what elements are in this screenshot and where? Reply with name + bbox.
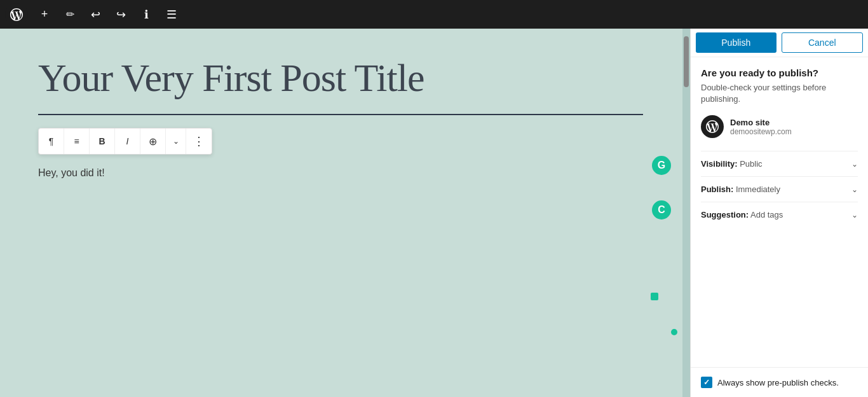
site-text-block: Demo site demoositewp.com (730, 118, 792, 136)
suggestion-label: Suggestion: Add tags (701, 210, 783, 219)
format-toolbar: ¶ ≡ B I ⊕ ⌄ ⋮ (38, 128, 212, 155)
site-name: Demo site (730, 118, 792, 127)
post-title[interactable]: Your Very First Post Title (38, 54, 675, 101)
sidebar-panel: Publish Cancel Are you ready to publish?… (690, 29, 868, 397)
tools-button[interactable]: ✏ (58, 3, 81, 26)
visibility-chevron-icon: ⌄ (851, 160, 858, 169)
publish-schedule-row[interactable]: Publish: Immediately ⌄ (701, 176, 858, 202)
list-view-button[interactable]: ☰ (160, 3, 183, 26)
sidebar-footer: Always show pre-publish checks. (691, 367, 868, 397)
main-layout: Your Very First Post Title ¶ ≡ B I ⊕ ⌄ ⋮… (0, 29, 868, 397)
scrollbar-thumb[interactable] (684, 36, 689, 87)
undo-button[interactable]: ↩ (84, 3, 107, 26)
site-wp-icon (706, 120, 719, 133)
sidebar-header: Publish Cancel (691, 29, 868, 57)
add-block-button[interactable]: + (33, 3, 56, 26)
wp-logo-icon (10, 8, 23, 21)
green-dot-circle (671, 329, 677, 335)
publish-chevron-icon: ⌄ (851, 185, 858, 194)
wp-logo-button[interactable] (5, 3, 28, 26)
green-dot-small (651, 293, 658, 300)
publish-button[interactable]: Publish (696, 32, 776, 53)
visibility-row[interactable]: Visibility: Public ⌄ (701, 151, 858, 176)
cancel-button[interactable]: Cancel (782, 32, 864, 53)
suggestion-chevron-icon: ⌄ (851, 211, 858, 219)
editor-content[interactable]: Your Very First Post Title ¶ ≡ B I ⊕ ⌄ ⋮… (0, 29, 690, 397)
suggestion-row[interactable]: Suggestion: Add tags ⌄ (701, 202, 858, 227)
grammarly-g-icon[interactable]: G (652, 156, 671, 175)
ready-to-publish-title: Are you ready to publish? (701, 67, 858, 78)
italic-button[interactable]: I (115, 129, 140, 154)
editor-area: Your Very First Post Title ¶ ≡ B I ⊕ ⌄ ⋮… (0, 29, 690, 397)
editor-toolbar: + ✏ ↩ ↪ ℹ ☰ (0, 0, 868, 29)
site-url: demoositewp.com (730, 127, 792, 136)
visibility-label: Visibility: Public (701, 159, 763, 169)
align-button[interactable]: ≡ (64, 129, 90, 154)
publish-schedule-label: Publish: Immediately (701, 185, 780, 194)
ready-to-publish-subtitle: Double-check your settings before publis… (701, 82, 858, 105)
info-button[interactable]: ℹ (135, 3, 158, 26)
grammarly-c-icon[interactable]: C (652, 200, 671, 219)
always-show-checkbox[interactable] (701, 377, 712, 388)
always-show-label: Always show pre-publish checks. (717, 378, 839, 387)
post-body[interactable]: Hey, you did it! (38, 165, 675, 181)
sidebar-body: Are you ready to publish? Double-check y… (691, 57, 868, 367)
paragraph-button[interactable]: ¶ (39, 129, 64, 154)
title-underline (38, 114, 643, 115)
redo-button[interactable]: ↪ (109, 3, 132, 26)
editor-scrollbar[interactable] (682, 29, 690, 397)
bold-button[interactable]: B (90, 129, 115, 154)
site-info: Demo site demoositewp.com (701, 115, 858, 138)
link-button[interactable]: ⊕ (140, 129, 166, 154)
site-logo-icon (701, 115, 724, 138)
link-dropdown-button[interactable]: ⌄ (166, 129, 186, 154)
more-options-button[interactable]: ⋮ (186, 129, 212, 154)
